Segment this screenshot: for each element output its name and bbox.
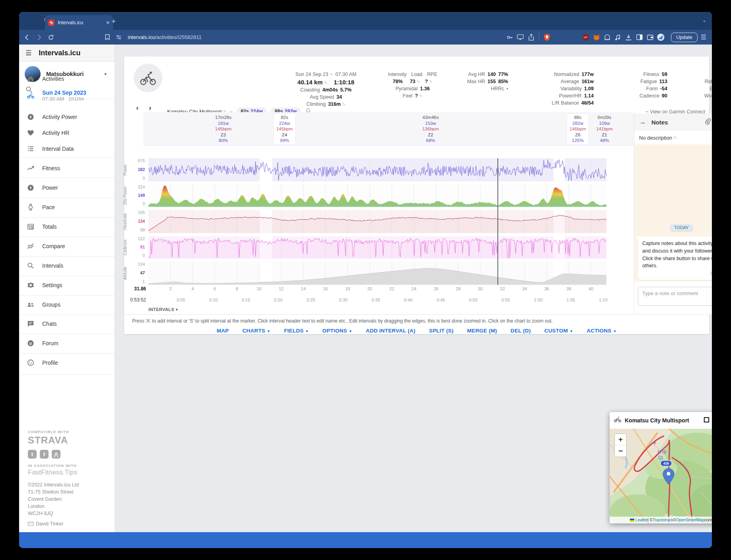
next-activity-button[interactable]: › — [149, 103, 151, 112]
fox-extension-icon[interactable] — [593, 33, 600, 41]
sidebar-item-activity-power[interactable]: Activity Power — [19, 111, 115, 122]
map-canvas[interactable]: 行場 Q) ✈ 416 + − Leaflet | © Tracestrack … — [610, 429, 712, 523]
ghost-extension-icon[interactable] — [603, 33, 611, 41]
sidebar-item-totals[interactable]: Totals — [19, 221, 115, 232]
actions-button[interactable]: ACTIONS▼ — [587, 328, 616, 334]
key-icon[interactable] — [506, 33, 513, 41]
chart-strip-cadence[interactable] — [148, 236, 606, 259]
interval-header[interactable]: 43m46s153w136bpmZ268% — [420, 114, 441, 144]
music-extension-icon[interactable] — [614, 33, 622, 41]
sidebar-item-chats[interactable]: Chats — [19, 318, 115, 329]
contact-link[interactable]: David Tinker — [28, 521, 107, 527]
interval-stat: 224w — [276, 121, 293, 126]
fields-button[interactable]: FIELDS▼ — [284, 328, 309, 334]
map-header[interactable]: Komatsu City Multisport ✕ — [610, 412, 712, 429]
chart-strip-altitude[interactable] — [148, 262, 606, 285]
osm-link[interactable]: OpenStreetMap — [676, 518, 704, 522]
back-button[interactable] — [24, 34, 30, 41]
axis-tick: 575 — [138, 158, 145, 163]
intervals-dropdown[interactable]: INTERVALS ▾ — [148, 307, 178, 312]
interval-header[interactable]: 17m28s181w145bpmZ380% — [212, 114, 234, 144]
waveform — [148, 185, 606, 207]
sidebar-item-activities[interactable]: Activities — [19, 73, 115, 84]
zoom-out-button[interactable]: − — [615, 445, 626, 457]
add-interval-a--button[interactable]: ADD INTERVAL (A) — [366, 328, 415, 334]
charts-button[interactable]: CHARTS▼ — [242, 328, 271, 334]
browser-menu-icon[interactable]: ☰ — [701, 33, 706, 41]
merge-m--button[interactable]: MERGE (M) — [467, 328, 497, 334]
chart-strip-30s-power[interactable] — [148, 185, 606, 207]
tab-search-caret-icon[interactable]: ⌄ — [702, 18, 706, 23]
prev-activity-button[interactable]: ‹ — [136, 103, 138, 112]
forward-button[interactable] — [36, 34, 42, 41]
hamburger-menu-icon[interactable]: ☰ — [25, 49, 31, 57]
leaflet-link[interactable]: Leaflet — [635, 518, 647, 522]
sidebar-item-compare[interactable]: Compare — [19, 241, 115, 252]
interval-header[interactable]: 6m39s109w141bpmZ148% — [594, 114, 615, 144]
edit-icon[interactable]: ✎ — [324, 80, 327, 85]
sidebar-item-settings[interactable]: Settings — [19, 280, 115, 291]
strava-icon[interactable]: ⋀ — [52, 450, 60, 459]
fastfitness-link[interactable]: FastFitness.Tips — [28, 469, 107, 476]
collapse-arrow-icon[interactable]: → — [639, 118, 646, 126]
interval-stat: 145bpm — [215, 126, 232, 132]
site-settings-icon[interactable] — [116, 34, 122, 40]
wallet-extension-icon[interactable] — [646, 33, 654, 41]
sidebar-item-pace[interactable]: Pace — [19, 202, 115, 213]
map-button[interactable]: MAP — [216, 328, 229, 334]
edit-icon[interactable]: ✎ — [419, 93, 423, 98]
edit-icon[interactable]: ✎ — [342, 102, 345, 107]
edit-icon[interactable]: ✎ — [329, 72, 333, 77]
stat-row: L/R Balance46/54 — [439, 100, 594, 106]
chart-strip-power[interactable] — [148, 158, 606, 181]
browser-tab[interactable]: Intervals.icu ✕ — [45, 15, 113, 30]
facebook-icon[interactable]: f — [40, 450, 49, 459]
tracestrack-link[interactable]: Tracestrack — [653, 518, 673, 522]
sidebar-item-power[interactable]: Power — [19, 182, 115, 193]
tab-close-icon[interactable]: ✕ — [106, 20, 110, 25]
description-row[interactable]: No description ✎ — [634, 131, 712, 145]
chart-strip-heartrate[interactable] — [148, 210, 606, 233]
sidebar-item-forum[interactable]: DForum — [19, 338, 115, 349]
map-attribution: Leaflet | © Tracestrack © OpenStreetMap … — [610, 517, 712, 523]
attachment-paperclip-icon[interactable] — [705, 118, 711, 126]
interval-header-band[interactable]: 17m28s181w145bpmZ380%82s224w145bpmZ499%4… — [143, 112, 634, 146]
interval-header[interactable]: 82s224w145bpmZ499% — [274, 114, 295, 144]
custom-button[interactable]: CUSTOM▼ — [544, 328, 573, 334]
new-tab-button[interactable]: + — [111, 18, 116, 25]
bookmark-icon[interactable] — [105, 34, 110, 40]
maximize-icon[interactable] — [704, 417, 710, 424]
zoom-in-button[interactable]: + — [615, 434, 626, 445]
distance-tick: 6 — [214, 286, 216, 291]
sidebar-item-activity-hr[interactable]: Activity HR — [19, 127, 115, 138]
sidebar-item-sun-24-sep-2023[interactable]: Sun 24 Sep 202307:30 AM 1h10m — [19, 86, 115, 105]
sidebar-item-intervals[interactable]: Intervals — [19, 260, 115, 271]
update-button[interactable]: Update — [671, 33, 697, 42]
edit-icon: ✎ — [673, 135, 677, 140]
notes-panel: → Notes No description ✎ TODAY Capture n… — [634, 113, 712, 314]
sidebar-item-profile[interactable]: Profile — [19, 357, 115, 368]
share-up-icon[interactable] — [527, 33, 535, 41]
url-bar[interactable]: intervals.icu/activities/i25582811 — [128, 34, 201, 40]
profile-avatar-icon[interactable] — [657, 33, 665, 41]
time-tick: 1:10 — [599, 298, 607, 302]
panel-extension-icon[interactable] — [635, 33, 643, 41]
sidebar-item-fitness[interactable]: Fitness — [19, 163, 115, 174]
sidebar-item-label: Activity HR — [42, 130, 69, 136]
sidebar-item-interval-data[interactable]: Interval Data — [19, 143, 115, 154]
interval-header[interactable]: 88s282w146bpmZ6125% — [567, 114, 589, 144]
cast-icon[interactable] — [517, 33, 524, 41]
ublock-shield-extension-icon[interactable]: uO — [582, 33, 589, 41]
browser-toolbar: intervals.icu/activities/i25582811 uO Up… — [19, 30, 712, 45]
desktop: Intervals.icu ✕ + ⌄ intervals.icu/activi… — [0, 0, 731, 560]
options-button[interactable]: OPTIONS▼ — [322, 328, 352, 334]
note-comment-input[interactable] — [638, 287, 712, 306]
download-extension-icon[interactable] — [625, 33, 632, 41]
brave-shield-icon[interactable] — [543, 33, 551, 41]
time-tick: 1:00 — [534, 298, 542, 302]
twitter-icon[interactable]: t — [28, 450, 37, 459]
split-s--button[interactable]: SPLIT (S) — [429, 328, 454, 334]
sidebar-item-groups[interactable]: Groups — [19, 299, 115, 310]
reload-button[interactable] — [48, 34, 54, 41]
del-d--button[interactable]: DEL (D) — [511, 328, 531, 334]
